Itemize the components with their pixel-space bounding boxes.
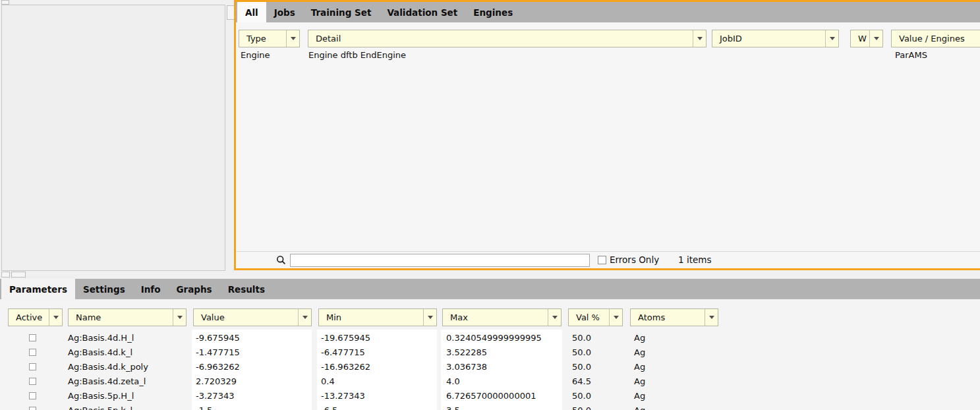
chevron-down-icon[interactable] (609, 309, 622, 326)
chevron-down-icon[interactable] (825, 30, 838, 47)
engine-row-value-engines: ParAMS (895, 49, 927, 62)
column-header-jobid-label: JobID (712, 34, 825, 44)
param-valpct: 50.0 (572, 389, 591, 403)
tab-all[interactable]: All (237, 2, 266, 22)
column-header-detail[interactable]: Detail (308, 30, 706, 47)
param-valpct: 64.5 (572, 374, 591, 389)
table-row[interactable]: Ag:Basis.5p.k_l -1.5 -6.5 3.5 50.0 Ag (0, 403, 738, 410)
param-atoms: Ag (634, 331, 645, 345)
active-checkbox[interactable] (29, 392, 36, 399)
column-header-type[interactable]: Type (239, 30, 300, 47)
param-max[interactable]: 6.726570000000001 (446, 389, 536, 403)
column-header-type-label: Type (239, 34, 286, 44)
param-atoms: Ag (634, 403, 645, 410)
chevron-down-icon[interactable] (693, 30, 706, 47)
table-row[interactable]: Ag:Basis.4d.k_l -1.477715 -6.477715 3.52… (0, 345, 738, 360)
param-column-max[interactable]: Max (442, 308, 562, 326)
tab-settings[interactable]: Settings (75, 279, 133, 299)
horizontal-splitter-handle-a[interactable] (1, 272, 10, 278)
param-column-atoms[interactable]: Atoms (630, 308, 718, 326)
param-column-active[interactable]: Active (8, 308, 63, 326)
param-value[interactable]: -1.477715 (196, 345, 240, 360)
param-name: Ag:Basis.5p.k_l (68, 403, 132, 410)
chevron-down-icon[interactable] (423, 309, 436, 326)
active-checkbox[interactable] (29, 407, 36, 410)
active-checkbox[interactable] (29, 349, 36, 356)
splitter-handle-top[interactable] (1, 0, 9, 5)
param-min[interactable]: -16.963262 (321, 360, 370, 374)
param-atoms: Ag (634, 360, 645, 374)
column-header-w[interactable]: W (850, 30, 883, 47)
param-max[interactable]: 4.0 (446, 374, 460, 389)
chevron-down-icon[interactable] (548, 309, 561, 326)
param-column-active-label: Active (9, 312, 49, 322)
param-column-min-label: Min (319, 312, 423, 322)
param-column-value[interactable]: Value (193, 308, 312, 326)
active-checkbox[interactable] (29, 378, 36, 385)
param-valpct: 50.0 (572, 403, 591, 410)
chevron-down-icon[interactable] (173, 309, 186, 326)
results-panel: All Jobs Training Set Validation Set Eng… (234, 0, 980, 270)
search-input[interactable] (290, 254, 590, 267)
param-column-value-label: Value (194, 312, 298, 322)
param-min[interactable]: -6.477715 (321, 345, 365, 360)
param-max[interactable]: 3.036738 (446, 360, 487, 374)
param-min[interactable]: -13.27343 (321, 389, 365, 403)
table-row[interactable]: Ag:Basis.4d.zeta_l 2.720329 0.4 4.0 64.5… (0, 374, 738, 389)
param-min[interactable]: -19.675945 (321, 331, 370, 345)
param-max[interactable]: 3.522285 (446, 345, 487, 360)
param-atoms: Ag (634, 345, 645, 360)
param-column-name[interactable]: Name (68, 308, 187, 326)
active-checkbox[interactable] (29, 363, 36, 370)
column-header-value-engines-label: Value / Engines (892, 34, 980, 44)
param-column-valpct-label: Val % (569, 312, 609, 322)
tab-jobs[interactable]: Jobs (266, 2, 303, 22)
tab-graphs[interactable]: Graphs (168, 279, 219, 299)
param-atoms: Ag (634, 389, 645, 403)
chevron-down-icon[interactable] (869, 30, 882, 47)
param-value[interactable]: -9.675945 (196, 331, 240, 345)
column-header-detail-label: Detail (308, 34, 693, 44)
tab-training-set[interactable]: Training Set (303, 2, 380, 22)
param-column-valpct[interactable]: Val % (568, 308, 623, 326)
table-row[interactable]: Ag:Basis.5p.H_l -3.27343 -13.27343 6.726… (0, 389, 738, 403)
tab-validation-set[interactable]: Validation Set (379, 2, 465, 22)
errors-only-checkbox[interactable] (598, 256, 606, 264)
table-row[interactable]: Ag:Basis.4d.H_l -9.675945 -19.675945 0.3… (0, 331, 738, 345)
parameters-panel: Parameters Settings Info Graphs Results … (0, 279, 980, 410)
param-min[interactable]: 0.4 (321, 374, 335, 389)
column-header-jobid[interactable]: JobID (712, 30, 839, 47)
tab-results[interactable]: Results (220, 279, 273, 299)
param-column-atoms-label: Atoms (631, 312, 705, 322)
param-value[interactable]: -3.27343 (196, 389, 234, 403)
tab-info[interactable]: Info (133, 279, 169, 299)
parameters-tab-bar: Parameters Settings Info Graphs Results (0, 279, 980, 299)
items-count: 1 items (678, 252, 711, 268)
param-value[interactable]: -6.963262 (196, 360, 240, 374)
chevron-down-icon[interactable] (49, 309, 62, 326)
tab-engines[interactable]: Engines (465, 2, 521, 22)
chevron-down-icon[interactable] (705, 309, 718, 326)
param-max[interactable]: 0.3240549999999995 (446, 331, 542, 345)
param-atoms: Ag (634, 374, 645, 389)
chevron-down-icon[interactable] (298, 309, 311, 326)
param-name: Ag:Basis.4d.H_l (68, 331, 134, 345)
param-column-max-label: Max (443, 312, 548, 322)
param-value[interactable]: -1.5 (196, 403, 212, 410)
param-max[interactable]: 3.5 (446, 403, 460, 410)
column-header-value-engines[interactable]: Value / Engines (891, 30, 980, 47)
engine-row-detail: Engine dftb EndEngine (308, 49, 406, 62)
param-min[interactable]: -6.5 (321, 403, 337, 410)
chevron-down-icon[interactable] (286, 30, 299, 47)
column-header-w-label: W (851, 34, 869, 44)
param-column-name-label: Name (69, 312, 173, 322)
param-value[interactable]: 2.720329 (196, 374, 237, 389)
horizontal-splitter-handle-b[interactable] (11, 272, 26, 278)
active-checkbox[interactable] (29, 334, 36, 341)
tab-parameters[interactable]: Parameters (1, 279, 75, 299)
table-row[interactable]: Ag:Basis.4d.k_poly -6.963262 -16.963262 … (0, 360, 738, 374)
param-column-min[interactable]: Min (318, 308, 437, 326)
left-empty-panel (1, 5, 225, 271)
search-icon (276, 255, 286, 265)
engine-row-type: Engine (241, 49, 270, 62)
